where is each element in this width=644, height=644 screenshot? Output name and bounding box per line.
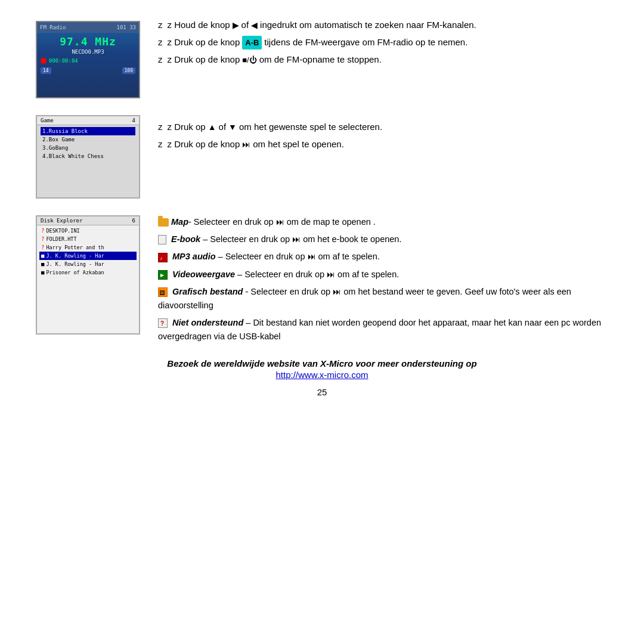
stop-power-icon: ■/⏻ [242, 54, 256, 66]
disk-icon-4: ■ [41, 253, 44, 259]
video-icon [158, 270, 168, 280]
disk-icon-6: ■ [41, 270, 44, 275]
disk-item-5: ■ J. K. Rowling - Har [39, 260, 137, 268]
game-bullet-1: z z Druk op ▲ of ▼ om het gewenste spel … [158, 120, 382, 135]
disk-icon-5: ■ [41, 261, 44, 267]
game-text-1b: om het gewenste spel te selecteren. [239, 120, 382, 135]
bullet-z2: z [158, 35, 163, 50]
folder-icon [158, 218, 169, 227]
ebook-text: – Selecteer en druk op [203, 234, 290, 244]
game-instructions: z z Druk op ▲ of ▼ om het gewenste spel … [158, 115, 382, 154]
video-text: – Selecteer en druk op [237, 270, 324, 279]
grafisch-icon [158, 287, 168, 297]
game-item-2: 2.Box Game [41, 135, 135, 144]
game-section: Game 4 1.Russia Block 2.Box Game 3.GoBan… [36, 115, 608, 199]
play-pause-grafisch: ⏭ [333, 287, 341, 296]
video-text2: om af te spelen. [338, 270, 399, 279]
bullet-z5: z [158, 137, 163, 152]
disk-icon-2: ? [41, 236, 44, 242]
map-text2: om de map te openen . [287, 217, 376, 227]
bullet-z: z [158, 18, 163, 33]
disk-instructions: Map- Selecteer en druk op ⏭ om de map te… [158, 215, 608, 348]
disk-section: Disk Explorer 6 ? DESKTOP.INI ? FOLDER.H… [36, 215, 608, 348]
disk-item-3: ? Harry Potter and th [39, 243, 137, 252]
map-text: - Selecteer en druk op [188, 217, 274, 227]
map-label: Map [171, 217, 188, 227]
fm-text-3a: z Druk op de knop [168, 52, 240, 67]
game-list: 1.Russia Block 2.Box Game 3.GoBang 4.Bla… [37, 125, 139, 162]
footer-link[interactable]: http://www.x-micro.com [36, 370, 608, 380]
play-pause-map: ⏭ [276, 217, 284, 227]
mp3-text: – Selecteer en druk op [218, 252, 305, 261]
mp3-icon [158, 253, 168, 262]
game-item-1: 1.Russia Block [41, 127, 135, 135]
game-text-1a: z Druk op [168, 120, 206, 135]
play-pause-icon-game: ⏭ [242, 138, 250, 151]
fm-screenshot: FM Radio 101 33 97.4 MHz NECDO0.MP3 000:… [36, 21, 140, 98]
unsupported-label: Niet ondersteund [172, 318, 243, 327]
page-number: 25 [36, 387, 608, 397]
game-text-2a: z Druk op de knop [168, 137, 240, 152]
mp3-text2: om af te spelen. [318, 252, 380, 261]
game-item-3: 3.GoBang [41, 144, 135, 152]
disk-screenshot: Disk Explorer 6 ? DESKTOP.INI ? FOLDER.H… [36, 215, 140, 335]
up-icon: ▲ [208, 120, 216, 134]
ebook-text2: om het e-book te openen. [303, 234, 401, 244]
ebook-label: E-book [171, 234, 200, 244]
play-pause-video: ⏭ [327, 270, 335, 279]
game-of: of [219, 120, 227, 135]
disk-map-line: Map- Selecteer en druk op ⏭ om de map te… [158, 215, 608, 229]
fm-text-1a: z Houd de knop [168, 18, 230, 33]
disk-mp3-line: MP3 audio – Selecteer en druk op ⏭ om af… [158, 250, 608, 264]
fm-bullet-2: z z Druk op de knop A-B tijdens de FM-we… [158, 35, 476, 50]
grafisch-text: - Selecteer en druk op [246, 287, 331, 296]
disk-video-line: Videoweergave – Selecteer en druk op ⏭ o… [158, 268, 608, 281]
fm-text-1b: ingedrukt om automatisch te zoeken naar … [260, 18, 476, 33]
disk-icon-3: ? [41, 244, 44, 250]
footer-bold: Bezoek de wereldwijde website van X-Micr… [36, 358, 608, 369]
fm-instructions: z z Houd de knop ▶ of ◀ ingedrukt om aut… [158, 18, 476, 69]
down-icon: ▼ [228, 120, 237, 134]
game-title-label: Game [41, 117, 54, 123]
fm-text-3b: om de FM-opname te stoppen. [259, 52, 382, 67]
disk-grafisch-line: Grafisch bestand - Selecteer en druk op … [158, 285, 608, 312]
bullet-z3: z [158, 52, 163, 67]
game-screenshot: Game 4 1.Russia Block 2.Box Game 3.GoBan… [36, 115, 140, 199]
disk-ebook-line: E-book – Selecteer en druk op ⏭ om het e… [158, 233, 608, 246]
mp3-label: MP3 audio [172, 252, 216, 261]
video-label: Videoweergave [172, 270, 235, 279]
fm-text-2a: z Druk op de knop [168, 35, 240, 50]
rewind-icon: ◀ [251, 18, 258, 32]
disk-list: ? DESKTOP.INI ? FOLDER.HTT ? Harry Potte… [37, 225, 139, 278]
disk-item-1: ? DESKTOP.INI [39, 227, 137, 235]
disk-number: 6 [132, 218, 135, 224]
fm-section: FM Radio 101 33 97.4 MHz NECDO0.MP3 000:… [36, 18, 608, 98]
unsupported-icon [158, 318, 168, 328]
game-bullet-2: z z Druk op de knop ⏭ om het spel te ope… [158, 137, 382, 152]
game-number: 4 [132, 117, 135, 123]
fm-bullet-3: z z Druk op de knop ■/⏻ om de FM-opname … [158, 52, 476, 67]
game-text-2b: om het spel te openen. [253, 137, 344, 152]
ebook-icon [158, 235, 166, 244]
play-pause-mp3: ⏭ [308, 252, 316, 261]
game-item-4: 4.Black White Chess [41, 152, 135, 160]
fm-of-1: of [242, 18, 249, 33]
grafisch-label: Grafisch bestand [172, 287, 243, 296]
ab-badge: A-B [242, 36, 262, 49]
fm-text-2b: tijdens de FM-weergave om FM-radio op te… [264, 35, 467, 50]
play-pause-ebook: ⏭ [292, 234, 301, 244]
fm-bullet-1: z z Houd de knop ▶ of ◀ ingedrukt om aut… [158, 18, 476, 33]
disk-item-2: ? FOLDER.HTT [39, 235, 137, 243]
disk-title-label: Disk Explorer [41, 218, 82, 224]
page: FM Radio 101 33 97.4 MHz NECDO0.MP3 000:… [0, 0, 644, 644]
disk-item-6: ■ Prisoner of Azkaban [39, 268, 137, 277]
bullet-z4: z [158, 120, 163, 135]
disk-unsupported-line: Niet ondersteund – Dit bestand kan niet … [158, 316, 608, 343]
disk-item-4: ■ J. K. Rowling - Har [39, 252, 137, 260]
disk-icon-1: ? [41, 228, 44, 234]
play-icon: ▶ [233, 18, 239, 32]
